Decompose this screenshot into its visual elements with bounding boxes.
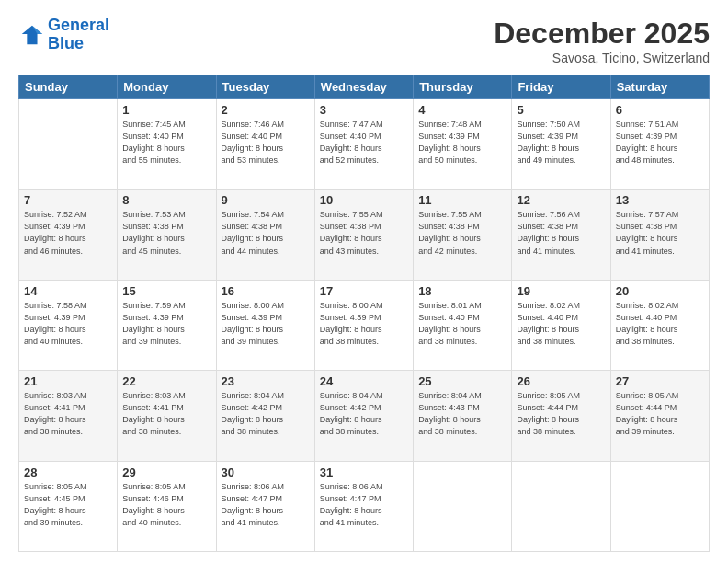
calendar-cell: 12Sunrise: 7:56 AMSunset: 4:38 PMDayligh… xyxy=(512,190,610,280)
day-number: 17 xyxy=(320,284,408,298)
day-info: Sunrise: 7:47 AMSunset: 4:40 PMDaylight:… xyxy=(320,119,408,167)
day-number: 20 xyxy=(616,284,704,298)
day-info: Sunrise: 7:51 AMSunset: 4:39 PMDaylight:… xyxy=(616,119,704,167)
week-row-3: 21Sunrise: 8:03 AMSunset: 4:41 PMDayligh… xyxy=(19,371,710,461)
day-number: 7 xyxy=(24,193,112,207)
calendar-cell: 24Sunrise: 8:04 AMSunset: 4:42 PMDayligh… xyxy=(314,371,413,461)
day-info: Sunrise: 7:45 AMSunset: 4:40 PMDaylight:… xyxy=(122,119,210,167)
day-number: 21 xyxy=(24,374,112,388)
day-number: 12 xyxy=(517,193,605,207)
svg-marker-0 xyxy=(22,26,42,45)
calendar-cell: 17Sunrise: 8:00 AMSunset: 4:39 PMDayligh… xyxy=(314,280,413,370)
week-row-1: 7Sunrise: 7:52 AMSunset: 4:39 PMDaylight… xyxy=(19,190,710,280)
day-number: 29 xyxy=(122,465,210,479)
day-info: Sunrise: 8:06 AMSunset: 4:47 PMDaylight:… xyxy=(320,481,408,529)
day-info: Sunrise: 7:55 AMSunset: 4:38 PMDaylight:… xyxy=(320,209,408,257)
calendar-cell: 6Sunrise: 7:51 AMSunset: 4:39 PMDaylight… xyxy=(610,99,709,190)
calendar-cell: 23Sunrise: 8:04 AMSunset: 4:42 PMDayligh… xyxy=(216,371,314,461)
calendar-cell: 3Sunrise: 7:47 AMSunset: 4:40 PMDaylight… xyxy=(314,99,413,190)
day-info: Sunrise: 8:04 AMSunset: 4:42 PMDaylight:… xyxy=(222,390,310,438)
day-number: 19 xyxy=(517,284,605,298)
calendar-cell: 29Sunrise: 8:05 AMSunset: 4:46 PMDayligh… xyxy=(118,461,216,551)
day-number: 9 xyxy=(222,193,310,207)
day-info: Sunrise: 7:54 AMSunset: 4:38 PMDaylight:… xyxy=(222,209,310,257)
calendar-cell xyxy=(414,461,512,551)
day-info: Sunrise: 8:04 AMSunset: 4:42 PMDaylight:… xyxy=(320,390,408,438)
day-number: 13 xyxy=(616,193,704,207)
day-info: Sunrise: 7:57 AMSunset: 4:38 PMDaylight:… xyxy=(616,209,704,257)
calendar-cell: 26Sunrise: 8:05 AMSunset: 4:44 PMDayligh… xyxy=(512,371,610,461)
day-number: 4 xyxy=(418,103,506,117)
header-monday: Monday xyxy=(118,75,216,99)
day-info: Sunrise: 8:05 AMSunset: 4:46 PMDaylight:… xyxy=(122,481,210,529)
logo-icon xyxy=(18,22,44,48)
logo-line2: Blue xyxy=(48,34,84,52)
header: General Blue December 2025 Savosa, Ticin… xyxy=(18,17,710,65)
calendar-cell: 19Sunrise: 8:02 AMSunset: 4:40 PMDayligh… xyxy=(512,280,610,370)
weekday-header-row: Sunday Monday Tuesday Wednesday Thursday… xyxy=(19,75,710,99)
logo: General Blue xyxy=(18,17,109,53)
day-info: Sunrise: 7:48 AMSunset: 4:39 PMDaylight:… xyxy=(418,119,506,167)
calendar-table: Sunday Monday Tuesday Wednesday Thursday… xyxy=(18,75,710,552)
day-number: 25 xyxy=(418,374,506,388)
day-number: 14 xyxy=(24,284,112,298)
day-info: Sunrise: 7:53 AMSunset: 4:38 PMDaylight:… xyxy=(122,209,210,257)
calendar-cell: 5Sunrise: 7:50 AMSunset: 4:39 PMDaylight… xyxy=(512,99,610,190)
calendar-cell xyxy=(512,461,610,551)
calendar-cell: 25Sunrise: 8:04 AMSunset: 4:43 PMDayligh… xyxy=(414,371,512,461)
day-number: 10 xyxy=(320,193,408,207)
calendar-cell: 15Sunrise: 7:59 AMSunset: 4:39 PMDayligh… xyxy=(118,280,216,370)
calendar-cell: 31Sunrise: 8:06 AMSunset: 4:47 PMDayligh… xyxy=(314,461,413,551)
day-number: 28 xyxy=(24,465,112,479)
day-info: Sunrise: 8:03 AMSunset: 4:41 PMDaylight:… xyxy=(24,390,112,438)
day-info: Sunrise: 7:52 AMSunset: 4:39 PMDaylight:… xyxy=(24,209,112,257)
calendar-cell: 2Sunrise: 7:46 AMSunset: 4:40 PMDaylight… xyxy=(216,99,314,190)
calendar-cell: 14Sunrise: 7:58 AMSunset: 4:39 PMDayligh… xyxy=(19,280,118,370)
day-info: Sunrise: 7:59 AMSunset: 4:39 PMDaylight:… xyxy=(122,300,210,348)
header-tuesday: Tuesday xyxy=(216,75,314,99)
week-row-4: 28Sunrise: 8:05 AMSunset: 4:45 PMDayligh… xyxy=(19,461,710,551)
calendar-cell: 16Sunrise: 8:00 AMSunset: 4:39 PMDayligh… xyxy=(216,280,314,370)
day-number: 3 xyxy=(320,103,408,117)
calendar-cell: 28Sunrise: 8:05 AMSunset: 4:45 PMDayligh… xyxy=(19,461,118,551)
day-number: 8 xyxy=(122,193,210,207)
day-number: 27 xyxy=(616,374,704,388)
header-wednesday: Wednesday xyxy=(314,75,413,99)
day-number: 6 xyxy=(616,103,704,117)
location-subtitle: Savosa, Ticino, Switzerland xyxy=(494,51,710,65)
calendar-cell: 30Sunrise: 8:06 AMSunset: 4:47 PMDayligh… xyxy=(216,461,314,551)
header-sunday: Sunday xyxy=(19,75,118,99)
day-number: 26 xyxy=(517,374,605,388)
day-number: 16 xyxy=(222,284,310,298)
calendar-cell: 22Sunrise: 8:03 AMSunset: 4:41 PMDayligh… xyxy=(118,371,216,461)
calendar-cell: 10Sunrise: 7:55 AMSunset: 4:38 PMDayligh… xyxy=(314,190,413,280)
month-title: December 2025 xyxy=(494,17,710,51)
calendar-cell: 11Sunrise: 7:55 AMSunset: 4:38 PMDayligh… xyxy=(414,190,512,280)
day-info: Sunrise: 8:05 AMSunset: 4:44 PMDaylight:… xyxy=(517,390,605,438)
day-info: Sunrise: 8:06 AMSunset: 4:47 PMDaylight:… xyxy=(222,481,310,529)
week-row-2: 14Sunrise: 7:58 AMSunset: 4:39 PMDayligh… xyxy=(19,280,710,370)
day-number: 11 xyxy=(418,193,506,207)
day-info: Sunrise: 8:02 AMSunset: 4:40 PMDaylight:… xyxy=(616,300,704,348)
calendar-cell: 9Sunrise: 7:54 AMSunset: 4:38 PMDaylight… xyxy=(216,190,314,280)
day-info: Sunrise: 7:46 AMSunset: 4:40 PMDaylight:… xyxy=(222,119,310,167)
day-number: 18 xyxy=(418,284,506,298)
header-saturday: Saturday xyxy=(610,75,709,99)
header-friday: Friday xyxy=(512,75,610,99)
day-number: 24 xyxy=(320,374,408,388)
day-info: Sunrise: 8:05 AMSunset: 4:44 PMDaylight:… xyxy=(616,390,704,438)
calendar-cell xyxy=(19,99,118,190)
day-info: Sunrise: 8:01 AMSunset: 4:40 PMDaylight:… xyxy=(418,300,506,348)
calendar-cell xyxy=(610,461,709,551)
day-info: Sunrise: 8:00 AMSunset: 4:39 PMDaylight:… xyxy=(320,300,408,348)
day-number: 1 xyxy=(122,103,210,117)
logo-text: General Blue xyxy=(48,17,109,53)
day-info: Sunrise: 8:04 AMSunset: 4:43 PMDaylight:… xyxy=(418,390,506,438)
calendar-cell: 7Sunrise: 7:52 AMSunset: 4:39 PMDaylight… xyxy=(19,190,118,280)
logo-line1: General xyxy=(48,16,109,34)
calendar-cell: 4Sunrise: 7:48 AMSunset: 4:39 PMDaylight… xyxy=(414,99,512,190)
day-info: Sunrise: 8:03 AMSunset: 4:41 PMDaylight:… xyxy=(122,390,210,438)
calendar-cell: 27Sunrise: 8:05 AMSunset: 4:44 PMDayligh… xyxy=(610,371,709,461)
day-info: Sunrise: 7:50 AMSunset: 4:39 PMDaylight:… xyxy=(517,119,605,167)
page: General Blue December 2025 Savosa, Ticin… xyxy=(0,0,728,563)
